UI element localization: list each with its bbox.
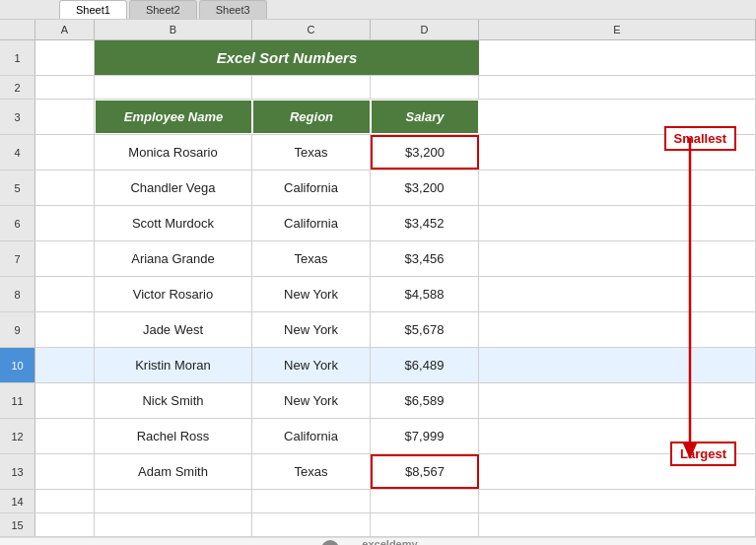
cell-a8[interactable]	[35, 277, 95, 311]
cell-c6[interactable]: California	[252, 206, 371, 240]
col-header-a[interactable]: A	[35, 20, 95, 39]
cell-e15[interactable]	[479, 513, 756, 536]
cell-b12[interactable]: Rachel Ross	[95, 419, 252, 453]
cell-b9[interactable]: Jade West	[95, 312, 252, 347]
cell-e5[interactable]	[479, 170, 756, 205]
cell-e8[interactable]	[479, 277, 756, 311]
cell-c10[interactable]: New York	[252, 348, 371, 382]
cell-e10[interactable]	[479, 348, 756, 382]
logo-text: exceldemy	[362, 538, 417, 545]
logo-icon: ⌂	[321, 540, 339, 545]
cell-a12[interactable]	[35, 419, 95, 453]
cell-e2[interactable]	[479, 76, 756, 99]
cell-a4[interactable]	[35, 135, 95, 170]
rownum-7: 7	[0, 241, 35, 276]
cell-b4[interactable]: Monica Rosario	[95, 135, 252, 170]
cell-a3[interactable]	[35, 100, 95, 134]
rownum-11: 11	[0, 383, 35, 418]
col-header-d[interactable]: D	[371, 20, 479, 39]
cell-d6[interactable]: $3,452	[371, 206, 479, 240]
cell-c11[interactable]: New York	[252, 383, 371, 418]
tab-sheet1[interactable]: Sheet1	[59, 0, 127, 19]
cell-d10[interactable]: $6,489	[371, 348, 479, 382]
tab-bar: Sheet1 Sheet2 Sheet3	[0, 0, 756, 20]
cell-d7[interactable]: $3,456	[371, 241, 479, 276]
spreadsheet: Sheet1 Sheet2 Sheet3 A B C D E 1 Excel S…	[0, 0, 756, 545]
cell-c2[interactable]	[252, 76, 371, 99]
cell-c14[interactable]	[252, 490, 371, 512]
cell-c13[interactable]: Texas	[252, 454, 371, 489]
row-11: 11 Nick Smith New York $6,589	[0, 383, 756, 419]
cell-d15[interactable]	[371, 513, 479, 536]
cell-e14[interactable]	[479, 490, 756, 512]
cell-a6[interactable]	[35, 206, 95, 240]
cell-d9[interactable]: $5,678	[371, 312, 479, 347]
cell-d8[interactable]: $4,588	[371, 277, 479, 311]
cell-a1[interactable]	[35, 40, 95, 75]
cell-a5[interactable]	[35, 170, 95, 205]
cell-a13[interactable]	[35, 454, 95, 489]
row-9: 9 Jade West New York $5,678	[0, 312, 756, 348]
row-14: 14	[0, 490, 756, 513]
header-employee-name: Employee Name	[95, 100, 252, 134]
cell-e11[interactable]	[479, 383, 756, 418]
cell-e6[interactable]	[479, 206, 756, 240]
cell-c5[interactable]: California	[252, 170, 371, 205]
cell-c12[interactable]: California	[252, 419, 371, 453]
rownum-14: 14	[0, 490, 35, 512]
cell-e1[interactable]	[479, 40, 756, 75]
cell-b5[interactable]: Chandler Vega	[95, 170, 252, 205]
cell-d11[interactable]: $6,589	[371, 383, 479, 418]
row-1: 1 Excel Sort Numbers	[0, 40, 756, 76]
cell-c9[interactable]: New York	[252, 312, 371, 347]
col-header-c[interactable]: C	[252, 20, 371, 39]
cell-b13[interactable]: Adam Smith	[95, 454, 252, 489]
cell-a7[interactable]	[35, 241, 95, 276]
cell-d5[interactable]: $3,200	[371, 170, 479, 205]
cell-a11[interactable]	[35, 383, 95, 418]
row-num-spacer	[0, 20, 35, 39]
cell-b6[interactable]: Scott Murdock	[95, 206, 252, 240]
cell-d12[interactable]: $7,999	[371, 419, 479, 453]
cell-b10[interactable]: Kristin Moran	[95, 348, 252, 382]
row-8: 8 Victor Rosario New York $4,588	[0, 277, 756, 312]
col-header-e[interactable]: E	[479, 20, 756, 39]
col-header-b[interactable]: B	[95, 20, 252, 39]
rownum-12: 12	[0, 419, 35, 453]
cell-a10[interactable]	[35, 348, 95, 382]
cell-d14[interactable]	[371, 490, 479, 512]
cell-d13[interactable]: $8,567	[371, 454, 479, 489]
cell-b7[interactable]: Ariana Grande	[95, 241, 252, 276]
cell-b11[interactable]: Nick Smith	[95, 383, 252, 418]
cell-c15[interactable]	[252, 513, 371, 536]
cell-c4[interactable]: Texas	[252, 135, 371, 170]
row-12: 12 Rachel Ross California $7,999	[0, 419, 756, 454]
rownum-15: 15	[0, 513, 35, 536]
cell-a9[interactable]	[35, 312, 95, 347]
cell-b8[interactable]: Victor Rosario	[95, 277, 252, 311]
logo-bar: ⌂ exceldemy EXCEL · DATA · BI	[0, 537, 756, 545]
cell-e9[interactable]	[479, 312, 756, 347]
rownum-5: 5	[0, 170, 35, 205]
cell-b2[interactable]	[95, 76, 252, 99]
tab-sheet2[interactable]: Sheet2	[129, 0, 197, 19]
annotation-smallest: Smallest	[664, 126, 736, 151]
rownum-13: 13	[0, 454, 35, 489]
cell-d2[interactable]	[371, 76, 479, 99]
row-13: 13 Adam Smith Texas $8,567	[0, 454, 756, 490]
header-region: Region	[252, 100, 371, 134]
cell-c8[interactable]: New York	[252, 277, 371, 311]
cell-b15[interactable]	[95, 513, 252, 536]
cell-a15[interactable]	[35, 513, 95, 536]
rownum-9: 9	[0, 312, 35, 347]
rownum-10: 10	[0, 348, 35, 382]
cell-c7[interactable]: Texas	[252, 241, 371, 276]
cell-a14[interactable]	[35, 490, 95, 512]
grid-body: 1 Excel Sort Numbers 2 3 Employee Name R…	[0, 40, 756, 537]
cell-a2[interactable]	[35, 76, 95, 99]
cell-d4[interactable]: $3,200	[371, 135, 479, 170]
tab-sheet3[interactable]: Sheet3	[199, 0, 267, 19]
cell-b14[interactable]	[95, 490, 252, 512]
rownum-8: 8	[0, 277, 35, 311]
cell-e7[interactable]	[479, 241, 756, 276]
